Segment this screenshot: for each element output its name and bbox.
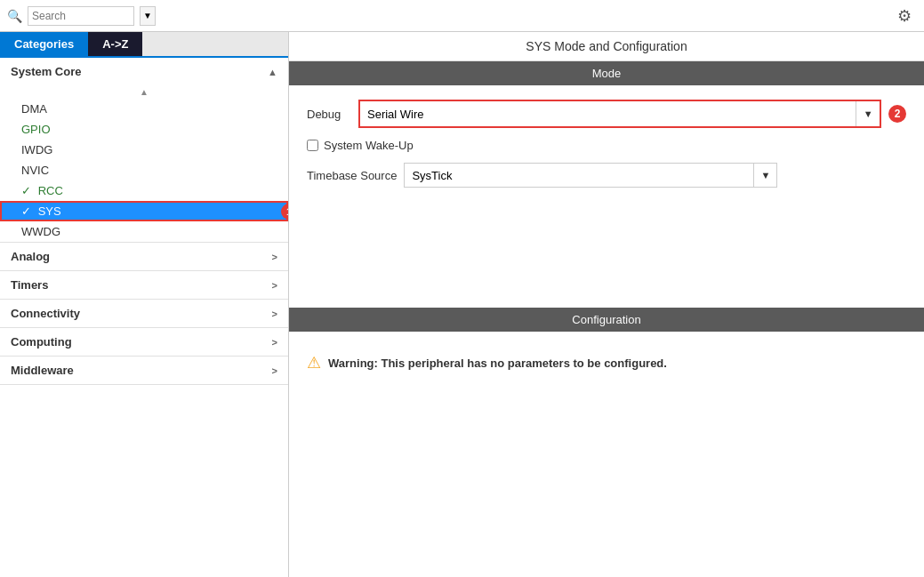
- connectivity-group: Connectivity >: [0, 300, 288, 328]
- sidebar-item-iwdg[interactable]: IWDG: [0, 140, 288, 160]
- computing-label: Computing: [11, 335, 72, 349]
- rcc-check-icon: ✓: [21, 184, 31, 197]
- debug-select[interactable]: Serial Wire No Debug Trace Asynchronous …: [360, 101, 856, 126]
- mode-spacer: [289, 202, 924, 293]
- system-core-label: System Core: [11, 65, 81, 78]
- right-panel-title: SYS Mode and Configuration: [289, 32, 924, 61]
- search-input[interactable]: [28, 6, 134, 26]
- analog-label: Analog: [11, 250, 50, 263]
- timebase-select[interactable]: SysTick TIM1 TIM2: [405, 164, 753, 187]
- wakeup-row: System Wake-Up: [307, 139, 906, 152]
- warning-icon: ⚠: [307, 353, 321, 373]
- timers-header[interactable]: Timers >: [0, 271, 288, 299]
- search-icon: 🔍: [7, 9, 22, 23]
- middleware-group: Middleware >: [0, 357, 288, 385]
- sidebar-item-sys[interactable]: ✓ SYS: [0, 201, 288, 221]
- main-layout: Categories A->Z System Core ▲ ▲ DMA: [0, 32, 924, 577]
- iwdg-label: IWDG: [21, 143, 52, 156]
- computing-header[interactable]: Computing >: [0, 328, 288, 356]
- sidebar-content: System Core ▲ ▲ DMA GPIO IWDG: [0, 58, 288, 577]
- wwdg-label: WWDG: [21, 225, 60, 238]
- system-core-items: ▲ DMA GPIO IWDG NVIC: [0, 85, 288, 242]
- debug-badge[interactable]: 2: [888, 105, 906, 123]
- sys-item-wrapper: ✓ SYS 1: [0, 201, 288, 221]
- timers-chevron-icon: >: [272, 280, 277, 291]
- sidebar-item-dma[interactable]: DMA: [0, 99, 288, 119]
- wakeup-checkbox[interactable]: [307, 140, 318, 151]
- tab-bar: Categories A->Z: [0, 32, 288, 58]
- tab-categories[interactable]: Categories: [0, 32, 88, 56]
- gear-button[interactable]: ⚙: [892, 4, 917, 28]
- config-spacer: [289, 394, 924, 577]
- toolbar: 🔍 ▼ ⚙: [0, 0, 924, 32]
- warning-row: ⚠ Warning: This peripheral has no parame…: [307, 353, 906, 373]
- analog-header[interactable]: Analog >: [0, 243, 288, 270]
- middleware-label: Middleware: [11, 364, 74, 377]
- debug-dropdown-button[interactable]: ▼: [856, 101, 880, 126]
- sidebar-item-nvic[interactable]: NVIC: [0, 160, 288, 180]
- connectivity-header[interactable]: Connectivity >: [0, 300, 288, 327]
- analog-chevron-icon: >: [272, 252, 277, 262]
- sys-label: SYS: [38, 204, 61, 218]
- nvic-label: NVIC: [21, 164, 49, 177]
- warning-text: Warning: This peripheral has no paramete…: [328, 357, 667, 370]
- search-dropdown-arrow[interactable]: ▼: [140, 6, 156, 26]
- chevron-up-icon: ▲: [268, 67, 277, 77]
- mode-section: Debug Serial Wire No Debug Trace Asynchr…: [289, 85, 924, 202]
- sidebar-item-wwdg[interactable]: WWDG: [0, 221, 288, 242]
- middleware-chevron-icon: >: [272, 365, 277, 376]
- computing-chevron-icon: >: [272, 337, 277, 348]
- system-core-group: System Core ▲ ▲ DMA GPIO IWDG: [0, 58, 288, 243]
- debug-select-wrapper: Serial Wire No Debug Trace Asynchronous …: [358, 100, 881, 128]
- config-content: ⚠ Warning: This peripheral has no parame…: [289, 332, 924, 394]
- timebase-dropdown-button[interactable]: ▼: [753, 164, 776, 187]
- timers-group: Timers >: [0, 271, 288, 300]
- sys-check-icon: ✓: [21, 204, 31, 218]
- sidebar-item-gpio[interactable]: GPIO: [0, 119, 288, 140]
- connectivity-label: Connectivity: [11, 307, 80, 320]
- middleware-header[interactable]: Middleware >: [0, 357, 288, 384]
- rcc-label: RCC: [38, 184, 63, 197]
- connectivity-chevron-icon: >: [272, 309, 277, 319]
- timebase-select-wrapper: SysTick TIM1 TIM2 ▼: [404, 163, 777, 188]
- debug-row: Debug Serial Wire No Debug Trace Asynchr…: [307, 100, 906, 128]
- scroll-up-indicator: ▲: [0, 85, 288, 99]
- computing-group: Computing >: [0, 328, 288, 357]
- sidebar-item-rcc[interactable]: ✓ RCC: [0, 180, 288, 201]
- gpio-label: GPIO: [21, 123, 51, 136]
- wakeup-label: System Wake-Up: [324, 139, 414, 152]
- config-section-header: Configuration: [289, 308, 924, 332]
- timebase-label: Timebase Source: [307, 169, 397, 182]
- sidebar: Categories A->Z System Core ▲ ▲ DMA: [0, 32, 289, 577]
- right-panel: SYS Mode and Configuration Mode Debug Se…: [289, 32, 924, 577]
- timebase-row: Timebase Source SysTick TIM1 TIM2 ▼: [307, 163, 906, 188]
- dma-label: DMA: [21, 102, 47, 116]
- mode-section-header: Mode: [289, 61, 924, 85]
- analog-group: Analog >: [0, 243, 288, 271]
- debug-label: Debug: [307, 108, 351, 121]
- timers-label: Timers: [11, 278, 48, 292]
- tab-az[interactable]: A->Z: [88, 32, 142, 56]
- system-core-header[interactable]: System Core ▲: [0, 58, 288, 85]
